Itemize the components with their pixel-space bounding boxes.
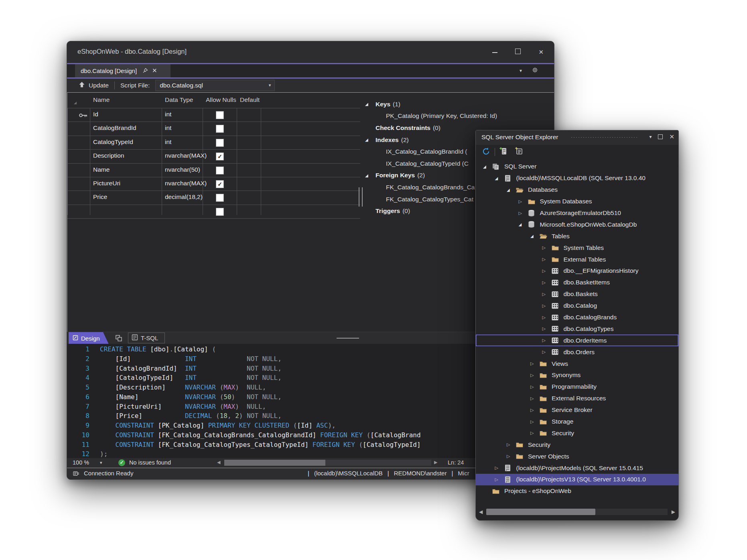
expand-arrow-icon[interactable]: ◢ [507, 188, 516, 192]
column-header-allownulls[interactable]: Allow Nulls [206, 96, 236, 103]
collapse-arrow-icon[interactable]: ▷ [519, 211, 528, 216]
table-row[interactable]: Descriptionnvarchar(MAX)✓ [67, 150, 360, 163]
tree-item-service-broker[interactable]: ▷Service Broker [476, 404, 678, 416]
tree-item-dbo-basketitems[interactable]: ▷dbo.BasketItems [476, 277, 678, 288]
object-explorer-scrollbar[interactable]: ◀ ▶ [476, 507, 678, 516]
collapse-arrow-icon[interactable]: ▷ [519, 199, 528, 204]
scroll-left-icon[interactable]: ◀ [217, 460, 220, 465]
column-name-cell[interactable]: CatalogTypeId [93, 138, 133, 146]
data-type-cell[interactable]: nvarchar(MAX) [165, 180, 207, 187]
collapse-arrow-icon[interactable]: ▷ [530, 361, 539, 366]
tree-item-security[interactable]: ▷Security [476, 427, 678, 439]
object-explorer-titlebar[interactable]: SQL Server Object Explorer ▾ ✕ [476, 130, 678, 145]
tree-item-databases[interactable]: ◢Databases [476, 184, 678, 196]
tab-list-chevron-icon[interactable]: ▾ [520, 68, 522, 73]
expand-arrow-icon[interactable]: ◢ [483, 164, 492, 169]
tree-item-azurestorageemulatordb510[interactable]: ▷AzureStorageEmulatorDb510 [476, 207, 678, 219]
collapse-arrow-icon[interactable]: ▷ [530, 373, 539, 378]
scroll-left-icon[interactable]: ◀ [479, 509, 483, 515]
collapse-arrow-icon[interactable]: ▷ [530, 396, 539, 401]
collapse-arrow-icon[interactable]: ▷ [530, 430, 539, 436]
tree-item-tables[interactable]: ◢Tables [476, 230, 678, 242]
column-name-cell[interactable]: PictureUri [93, 180, 120, 187]
table-row[interactable] [67, 205, 360, 219]
close-button[interactable]: ✕ [538, 49, 544, 56]
data-type-cell[interactable]: nvarchar(50) [165, 166, 200, 173]
collapse-arrow-icon[interactable]: ▷ [542, 303, 551, 308]
add-sql-server-icon[interactable] [499, 146, 509, 158]
designer-splitter[interactable] [359, 93, 362, 332]
table-row[interactable]: Idint [67, 108, 360, 122]
expand-arrow-icon[interactable]: ◢ [365, 173, 376, 178]
tab-close-icon[interactable]: ✕ [152, 67, 157, 74]
table-row[interactable]: Pricedecimal(18,2) [67, 191, 360, 205]
column-header-datatype[interactable]: Data Type [165, 96, 193, 103]
tree-item-localdb-mssqllocaldb-sql-server-13-0-40[interactable]: ◢(localdb)\MSSQLLocalDB (SQL Server 13.0… [476, 172, 678, 184]
scrollbar-thumb[interactable] [224, 460, 325, 466]
collapse-arrow-icon[interactable]: ▷ [542, 326, 551, 331]
collapse-arrow-icon[interactable]: ▷ [542, 257, 551, 262]
expand-arrow-icon[interactable]: ◢ [495, 176, 504, 181]
table-row[interactable]: Namenvarchar(50) [67, 164, 360, 177]
scrollbar-thumb[interactable] [486, 509, 595, 515]
collapse-arrow-icon[interactable]: ▷ [530, 419, 539, 424]
expand-arrow-icon[interactable]: ◢ [365, 102, 376, 106]
horizontal-scrollbar[interactable] [224, 460, 431, 466]
tree-item-dbo-catalogtypes[interactable]: ▷dbo.CatalogTypes [476, 323, 678, 335]
tab-design[interactable]: Design [69, 332, 109, 344]
tree-item-microsoft-eshoponweb-catalogdb[interactable]: ◢Microsoft.eShopOnWeb.CatalogDb [476, 219, 678, 230]
minimize-button[interactable] [492, 49, 497, 56]
column-name-cell[interactable]: Name [93, 166, 110, 173]
tree-item-server-objects[interactable]: ▷Server Objects [476, 450, 678, 462]
gear-icon[interactable] [532, 67, 538, 75]
scroll-right-icon[interactable]: ▶ [672, 509, 675, 515]
tree-item-synonyms[interactable]: ▷Synonyms [476, 369, 678, 381]
tree-item-programmability[interactable]: ▷Programmability [476, 381, 678, 393]
tree-item-dbo-orders[interactable]: ▷dbo.Orders [476, 346, 678, 358]
allow-nulls-checkbox[interactable] [216, 208, 224, 216]
panel-close-icon[interactable]: ✕ [669, 133, 674, 140]
allow-nulls-checkbox[interactable]: ✓ [216, 180, 224, 188]
tree-item-dbo-efmigrationshistory[interactable]: ▷dbo.__EFMigrationsHistory [476, 265, 678, 277]
collapse-arrow-icon[interactable]: ▷ [495, 477, 504, 482]
tree-item-localdb-projectmodels-sql-server-15-0-415[interactable]: ▷(localdb)\ProjectModels (SQL Server 15.… [476, 462, 678, 474]
panel-chevron-icon[interactable]: ▾ [649, 134, 652, 140]
zoom-chevron-icon[interactable]: ▾ [100, 460, 102, 465]
collapse-arrow-icon[interactable]: ▷ [542, 338, 551, 343]
data-type-cell[interactable]: int [165, 111, 171, 118]
collapse-arrow-icon[interactable]: ▷ [507, 442, 516, 447]
column-name-cell[interactable]: Description [93, 152, 124, 159]
table-row[interactable]: PictureUrinvarchar(MAX)✓ [67, 177, 360, 191]
column-header-name[interactable]: Name [93, 96, 110, 103]
context-section-header[interactable]: ◢Keys(1) [365, 98, 550, 110]
script-file-dropdown[interactable]: dbo.Catalog.sql ▾ [155, 80, 275, 91]
expand-arrow-icon[interactable]: ◢ [365, 138, 376, 142]
tree-item-dbo-catalogbrands[interactable]: ▷dbo.CatalogBrands [476, 312, 678, 323]
column-name-cell[interactable]: Id [93, 111, 98, 118]
collapse-arrow-icon[interactable]: ▷ [542, 245, 551, 250]
collapse-arrow-icon[interactable]: ▷ [507, 454, 516, 459]
allow-nulls-checkbox[interactable] [216, 111, 224, 119]
collapse-arrow-icon[interactable]: ▷ [542, 280, 551, 285]
collapse-arrow-icon[interactable]: ▷ [542, 268, 551, 274]
update-button[interactable]: Update [78, 81, 109, 90]
allow-nulls-checkbox[interactable] [216, 125, 224, 133]
collapse-arrow-icon[interactable]: ▷ [542, 315, 551, 320]
pin-icon[interactable] [142, 68, 148, 73]
table-row[interactable]: CatalogBrandIdint [67, 122, 360, 136]
collapse-arrow-icon[interactable]: ▷ [530, 384, 539, 390]
collapse-arrow-icon[interactable]: ▷ [495, 465, 504, 471]
tree-item-localdb-projectsv13-sql-server-13-0-4001-0[interactable]: ▷(localdb)\ProjectsV13 (SQL Server 13.0.… [476, 474, 678, 485]
tree-item-sql-server[interactable]: ◢SQL Server [476, 161, 678, 172]
data-type-cell[interactable]: int [165, 124, 171, 132]
tree-item-projects-eshoponweb[interactable]: Projects - eShopOnWeb [476, 485, 678, 497]
allow-nulls-checkbox[interactable] [216, 194, 224, 202]
tree-item-dbo-orderitems[interactable]: ▷dbo.OrderItems [476, 335, 678, 346]
tree-item-dbo-baskets[interactable]: ▷dbo.Baskets [476, 288, 678, 300]
tree-item-views[interactable]: ▷Views [476, 358, 678, 369]
collapse-arrow-icon[interactable]: ▷ [542, 349, 551, 355]
titlebar[interactable]: eShopOnWeb - dbo.Catalog [Design] ✕ [67, 41, 554, 63]
new-query-icon[interactable] [514, 146, 524, 158]
zoom-level-dropdown[interactable]: 100 % [73, 459, 89, 466]
select-all-corner-icon[interactable]: ◢ [74, 101, 77, 105]
